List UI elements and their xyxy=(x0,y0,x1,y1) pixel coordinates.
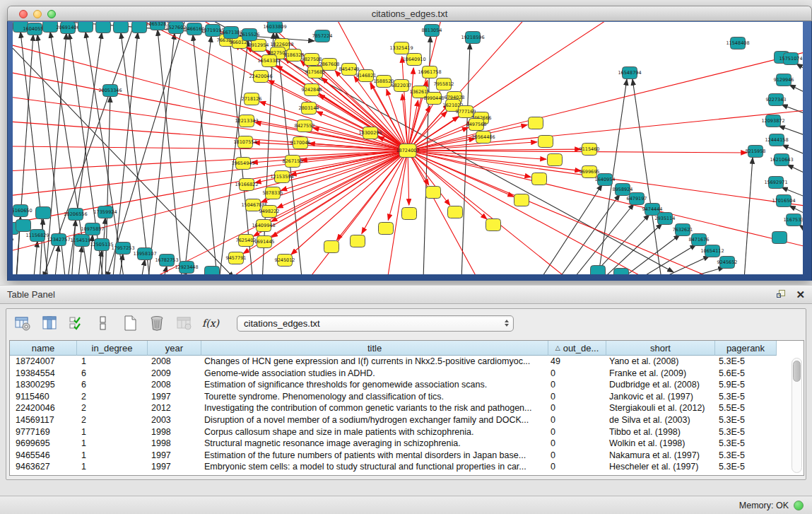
graph-node[interactable]: 6822037 xyxy=(392,80,412,92)
column-header-in_degree[interactable]: in_degree xyxy=(77,341,148,356)
graph-node[interactable]: 10654112 xyxy=(700,245,724,257)
column-header-year[interactable]: year xyxy=(148,341,201,356)
graph-node[interactable] xyxy=(16,220,31,232)
graph-node[interactable]: 9115460 xyxy=(579,144,600,156)
table-row[interactable]: 969969511998Structural magnetic resonanc… xyxy=(10,438,804,450)
table-row[interactable]: 1456911722003Disruption of a novel membe… xyxy=(10,414,804,426)
network-window-titlebar[interactable]: citations_edges.txt xyxy=(7,6,812,21)
graph-node[interactable] xyxy=(324,241,339,253)
column-header-name[interactable]: name xyxy=(10,341,77,356)
graph-node[interactable] xyxy=(772,232,787,244)
table-scrollbar[interactable] xyxy=(792,358,802,473)
graph-node[interactable]: 8990448 xyxy=(424,93,445,105)
graph-node[interactable] xyxy=(379,223,394,235)
graph-node[interactable]: 20564486 xyxy=(471,132,495,144)
graph-node[interactable]: 12153594 xyxy=(270,171,293,183)
graph-node[interactable]: 2803144 xyxy=(299,103,319,115)
graph-node[interactable]: 1691445 xyxy=(254,236,275,248)
graph-node[interactable]: 10975857 xyxy=(81,223,104,235)
graph-node[interactable]: 18640910 xyxy=(402,54,425,66)
graph-node[interactable]: 8267150 xyxy=(283,156,303,168)
graph-node[interactable]: 16210643 xyxy=(770,154,793,166)
table-row[interactable]: 1830029562008Estimation of significance … xyxy=(10,379,804,391)
delete-table-icon[interactable] xyxy=(148,314,166,332)
graph-node[interactable]: 9245012 xyxy=(275,255,295,267)
graph-node[interactable] xyxy=(539,136,553,148)
graph-node[interactable]: 19218596 xyxy=(461,32,484,44)
graph-node[interactable]: 7632621 xyxy=(673,224,693,236)
graph-node[interactable] xyxy=(114,22,129,33)
select-all-icon[interactable] xyxy=(67,314,86,332)
table-row[interactable]: 977716911998Corpus callosum shape and si… xyxy=(10,426,804,438)
column-header-title[interactable]: title xyxy=(201,341,548,356)
graph-node[interactable]: 9227343 xyxy=(766,94,787,106)
table-row[interactable]: 1872400712008Changes of HCN gene express… xyxy=(10,356,804,368)
function-builder-icon[interactable]: f(x) xyxy=(201,314,220,332)
graph-node[interactable]: 12444158 xyxy=(765,134,788,146)
graph-node[interactable]: 5878335 xyxy=(263,187,283,199)
graph-node[interactable] xyxy=(205,267,220,275)
table-row[interactable]: 2242004622012Investigating the contribut… xyxy=(10,402,804,414)
graph-node[interactable]: 20053346 xyxy=(98,85,122,97)
graph-node[interactable] xyxy=(532,173,547,185)
graph-node[interactable]: 8215958 xyxy=(746,146,766,158)
table-row[interactable]: 1938455462009Genome-wide association stu… xyxy=(10,368,804,380)
graph-node[interactable]: 8427552 xyxy=(295,120,315,132)
graph-node[interactable] xyxy=(614,269,629,275)
column-header-short[interactable]: short xyxy=(606,341,715,356)
table-options-icon[interactable] xyxy=(13,314,32,332)
graph-node[interactable]: 9498222 xyxy=(259,206,280,218)
table-row[interactable]: 946554611997Estimation of the future num… xyxy=(10,450,804,462)
graph-node[interactable] xyxy=(448,206,463,218)
graph-node[interactable]: 19166822 xyxy=(235,179,258,191)
graph-node[interactable]: 16033809 xyxy=(263,22,286,33)
graph-node[interactable]: 9170046 xyxy=(290,137,311,149)
table-selector-dropdown[interactable]: citations_edges.txt xyxy=(237,315,514,332)
graph-node[interactable] xyxy=(43,22,58,33)
graph-node[interactable]: 12093872 xyxy=(761,115,784,127)
graph-node[interactable] xyxy=(402,208,417,220)
graph-node[interactable] xyxy=(426,187,441,199)
graph-node[interactable]: 9457791 xyxy=(226,252,247,264)
graph-node[interactable] xyxy=(591,266,606,275)
graph-node[interactable] xyxy=(529,117,543,129)
graph-node[interactable]: 1640954 xyxy=(595,174,616,186)
graph-node[interactable] xyxy=(78,22,93,33)
graph-node[interactable]: 15692971 xyxy=(764,177,787,189)
graph-node[interactable] xyxy=(351,235,365,247)
graph-node[interactable]: 9245652 xyxy=(717,257,738,269)
graph-node[interactable]: 2935114 xyxy=(655,213,676,225)
graph-node[interactable]: 8813054 xyxy=(422,25,442,37)
graph-node[interactable] xyxy=(96,22,111,33)
float-window-icon[interactable] xyxy=(777,290,786,299)
graph-node[interactable]: 20691406 xyxy=(56,22,79,34)
graph-node[interactable]: 13325419 xyxy=(389,42,413,54)
graph-node[interactable]: 7857224 xyxy=(312,30,333,42)
table-scrollbar-thumb[interactable] xyxy=(793,361,801,382)
graph-node[interactable]: 8912954 xyxy=(249,40,269,52)
graph-node[interactable]: 9699695 xyxy=(579,166,600,178)
graph-node[interactable]: 6479197 xyxy=(627,193,647,205)
graph-node[interactable]: 8471676 xyxy=(689,234,710,246)
graph-node[interactable]: 12342757 xyxy=(47,234,70,246)
graph-node[interactable]: 9129946 xyxy=(774,74,794,86)
row-height-icon[interactable] xyxy=(94,314,112,332)
column-header-out_de[interactable]: △out_de... xyxy=(548,341,606,356)
column-visibility-icon[interactable] xyxy=(40,314,59,332)
graph-node[interactable]: 11548408 xyxy=(726,37,749,49)
graph-node[interactable]: 2718126 xyxy=(242,93,262,105)
graph-node[interactable]: 17016504 xyxy=(772,195,795,207)
graph-node[interactable]: 7955812 xyxy=(434,78,454,90)
graph-node[interactable]: 25160650 xyxy=(13,205,33,217)
graph-node[interactable] xyxy=(486,219,501,231)
column-header-pagerank[interactable]: pagerank xyxy=(715,341,777,356)
graph-node[interactable]: 9175685 xyxy=(305,66,326,78)
graph-node[interactable]: 6497568 xyxy=(466,119,487,131)
graph-node[interactable]: 1527602 xyxy=(166,22,187,34)
graph-node[interactable] xyxy=(548,154,563,166)
graph-node[interactable]: 12213343 xyxy=(235,115,258,127)
graph-node[interactable]: 16961758 xyxy=(418,66,441,78)
graph-node[interactable] xyxy=(132,22,147,33)
graph-node[interactable]: 13958107 xyxy=(133,248,156,260)
graph-node[interactable]: 7625402 xyxy=(236,235,257,247)
